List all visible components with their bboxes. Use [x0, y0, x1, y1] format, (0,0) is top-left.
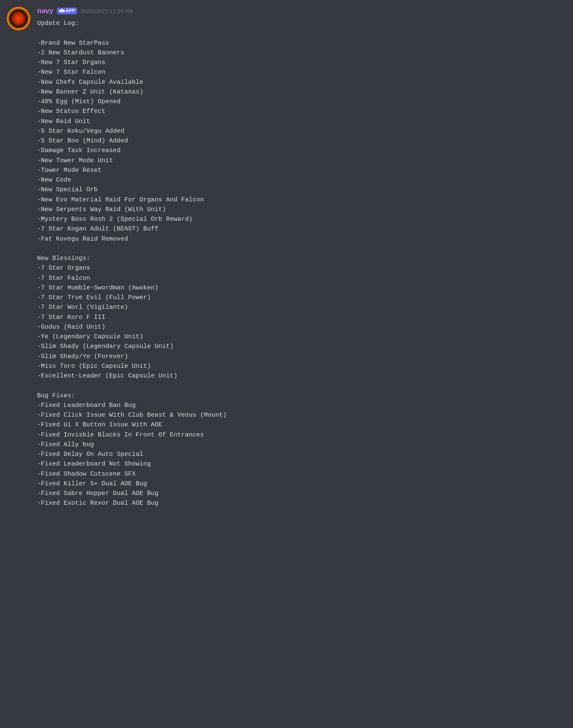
- message-content: navy APP 05/01/2023 11:24 PM Update Log:…: [37, 7, 566, 509]
- bot-badge: APP: [57, 8, 78, 14]
- message-container: navy APP 05/01/2023 11:24 PM Update Log:…: [0, 0, 573, 515]
- message-header: navy APP 05/01/2023 11:24 PM: [37, 7, 566, 15]
- svg-rect-2: [64, 10, 65, 12]
- message-body: Update Log: -Brand New StarPass -2 New S…: [37, 19, 566, 509]
- svg-rect-1: [59, 10, 60, 12]
- username: navy: [37, 7, 54, 15]
- svg-point-4: [62, 11, 63, 11]
- avatar: [7, 7, 30, 30]
- message-timestamp: 05/01/2023 11:24 PM: [80, 8, 133, 14]
- svg-point-3: [61, 11, 62, 11]
- svg-rect-0: [61, 9, 63, 10]
